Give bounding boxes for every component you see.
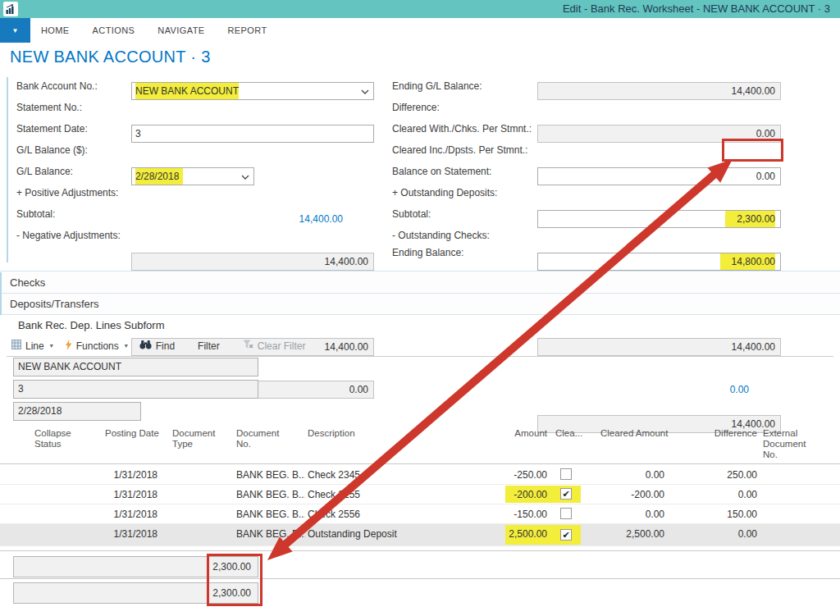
description-cell: Check 2255 [308,489,360,500]
difference-cell: 0.00 [738,528,757,540]
chevron-down-icon[interactable] [241,175,249,180]
chevron-down-icon[interactable] [361,89,369,94]
bank-rec-worksheet-window: Edit - Bank Rec. Worksheet - NEW BANK AC… [0,0,840,616]
cleared-checkbox[interactable] [560,468,572,480]
difference-cell: 150.00 [727,509,757,520]
clear-filter-icon [243,340,253,352]
page-title: NEW BANK ACCOUNT · 3 [10,48,211,66]
cleared-checkbox[interactable] [560,508,572,519]
cleared-amount-cell: 0.00 [646,509,664,520]
ending-gl-balance-label: Ending G/L Balance: [392,80,482,92]
bank-account-no-field[interactable]: NEW BANK ACCOUNT [131,82,374,100]
lightning-icon [65,340,72,353]
subform-toolbar: Line ▾ Functions ▾ Find Filter Clear Fil… [11,337,317,354]
table-bottom-border [0,550,840,551]
section-deposits-transfers[interactable]: Deposits/Transfers [2,294,840,315]
grid-icon [11,340,21,352]
amount-cell: 2,500.00 [509,528,547,540]
app-menu-button[interactable]: ▼ [0,18,30,43]
statement-no-field[interactable]: 3 [131,125,374,143]
cleared-checkbox[interactable] [560,529,572,541]
cleared-inc-dpsts-field[interactable]: 2,300.00 [537,210,781,228]
cleared-inc-dpsts-label: Cleared Inc./Dpsts. Per Stmnt.: [392,144,527,156]
totals-row: 2,300.00 [0,554,840,579]
functions-menu-label: Functions [76,340,119,352]
find-label: Find [156,340,175,352]
table-header: Collapse Status Posting Date Document Ty… [0,425,840,464]
cleared-with-chks-field[interactable]: 0.00 [537,167,781,185]
filter-label: Filter [198,340,220,352]
col-cleared[interactable]: Clea... [555,428,588,439]
table-row[interactable]: 1/31/2018 BANK BEG. B... Check 2345 -250… [0,465,840,485]
outstanding-deposits-label: + Outstanding Deposits: [392,187,497,198]
document-no-cell: BANK BEG. B... [236,489,305,500]
window-title: Edit - Bank Rec. Worksheet - NEW BANK AC… [563,2,830,15]
col-external-document-no[interactable]: External Document No. [763,428,814,460]
col-difference[interactable]: Difference [692,428,757,439]
posting-date-cell: 1/31/2018 [114,469,158,481]
tab-report[interactable]: REPORT [228,25,267,35]
totals-row: 2,300.00 [0,579,840,606]
description-cell: Check 2345 [308,469,360,481]
col-cleared-amount[interactable]: Cleared Amount [600,428,682,439]
amount-cell: -150.00 [514,509,547,520]
tab-actions[interactable]: ACTIONS [93,25,135,35]
posting-date-cell: 1/31/2018 [114,489,158,500]
caret-down-icon: ▾ [125,342,128,349]
table-row[interactable]: 1/31/2018 BANK BEG. B... Check 2556 -150… [0,504,840,524]
line-menu-button[interactable]: Line ▾ [11,340,53,352]
fasttab-sections: Checks Deposits/Transfers [0,272,840,315]
ending-balance-label: Ending Balance: [392,247,463,258]
tab-navigate[interactable]: NAVIGATE [158,25,204,35]
line-menu-label: Line [25,340,44,352]
subform-statement-date-filter: 2/28/2018 [13,402,141,421]
table-row[interactable]: 1/31/2018 BANK BEG. B... Check 2255 -200… [0,485,840,504]
col-document-type[interactable]: Document Type [172,428,221,449]
ending-gl-balance-field: 14,400.00 [537,82,781,100]
description-cell: Outstanding Deposit [308,528,397,540]
annotation-box-totals [207,554,262,606]
difference-cell: 250.00 [727,469,757,481]
col-amount[interactable]: Amount [465,428,547,439]
col-posting-date[interactable]: Posting Date [105,428,162,439]
positive-adjustments-label: + Positive Adjustments: [16,187,118,198]
negative-adjustments-label: - Negative Adjustments: [16,230,121,241]
col-description[interactable]: Description [308,428,406,439]
posting-date-cell: 1/31/2018 [114,509,158,520]
clear-filter-button[interactable]: Clear Filter [243,340,306,352]
dropdown-triangle-icon: ▼ [12,27,19,34]
find-button[interactable]: Find [139,340,175,352]
cleared-with-chks-label: Cleared With./Chks. Per Stmnt.: [392,123,532,135]
difference-label: Difference: [392,102,440,113]
ribbon-menu-bar: ▼ HOME ACTIONS NAVIGATE REPORT [0,18,840,43]
caret-down-icon: ▾ [50,342,53,349]
balance-on-statement-value: 14,800.00 [720,253,775,270]
outstanding-checks-value[interactable]: 0.00 [537,384,749,395]
section-checks[interactable]: Checks [2,272,840,294]
statement-no-label: Statement No.: [16,102,82,113]
cleared-checkbox[interactable] [560,488,572,500]
ribbon-tabs: HOME ACTIONS NAVIGATE REPORT [41,18,267,43]
document-no-cell: BANK BEG. B... [236,469,305,481]
amount-cell: -200.00 [514,489,547,500]
header-fields-panel: Bank Account No.: NEW BANK ACCOUNT State… [0,72,840,271]
col-document-no[interactable]: Document No. [236,428,287,449]
table-row-selected[interactable]: 1/31/2018 BANK BEG. B... Outstanding Dep… [0,524,840,546]
clear-filter-label: Clear Filter [258,340,306,352]
balance-on-statement-label: Balance on Statement: [392,166,491,177]
description-cell: Check 2556 [308,509,360,520]
subform-bank-account-filter: NEW BANK ACCOUNT [13,358,258,376]
cleared-amount-cell: -200.00 [631,489,664,500]
subtotal-left-label: Subtotal: [16,208,55,220]
cleared-amount-cell: 0.00 [646,469,664,481]
gl-balance-field: 14,400.00 [131,253,374,271]
filter-button[interactable]: Filter [198,340,220,352]
tab-home[interactable]: HOME [41,25,70,35]
document-no-cell: BANK BEG. B... [236,509,305,520]
functions-menu-button[interactable]: Functions ▾ [65,340,128,353]
col-collapse-status[interactable]: Collapse Status [34,428,80,449]
balance-on-statement-field[interactable]: 14,800.00 [537,253,781,271]
app-chart-icon [3,2,18,16]
statement-date-field[interactable]: 2/28/2018 [131,167,254,185]
gl-balance-dollar-value[interactable]: 14,400.00 [131,213,343,225]
